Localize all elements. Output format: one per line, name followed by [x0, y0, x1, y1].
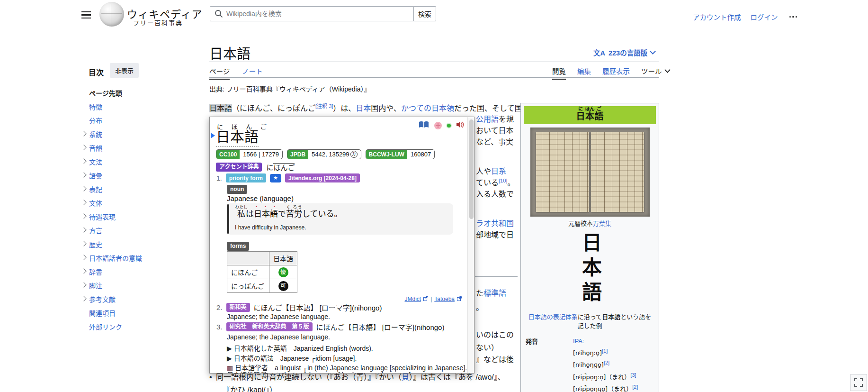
text-fragment: た標準語 [476, 287, 519, 298]
user-links: アカウント作成 ログイン [693, 12, 799, 22]
toc-item[interactable]: 歴史 [81, 239, 176, 251]
search-bar: 検索 [210, 6, 436, 21]
popup-scrollbar[interactable] [467, 117, 474, 373]
tatoeba-link[interactable]: Tatoeba [434, 296, 455, 302]
page-title: 日本語 [209, 43, 251, 63]
example-japanese: 私わたしは日本語・ ・ ・で苦労く ろうしている。 [235, 204, 342, 219]
toc-item[interactable]: 方言 [81, 226, 176, 237]
tab-edit[interactable]: 編集 [577, 66, 591, 76]
more-options-icon[interactable] [787, 14, 799, 20]
ipa-line: [nʲiho̞ŋːo̞][1] [573, 346, 659, 358]
search-input[interactable] [210, 6, 413, 21]
wiki-link[interactable]: 日本 [356, 104, 371, 112]
wikipedia-tagline: フリー百科事典 [133, 18, 183, 27]
list-item-continued: 『かひ /kapi/』） [223, 383, 277, 392]
footnote-ref[interactable]: [2] [632, 384, 638, 390]
wiki-link[interactable]: 貝 [402, 373, 409, 381]
chevron-right-icon[interactable] [81, 296, 86, 301]
external-link-icon [457, 296, 462, 302]
source-tag: Jitendex.org [2024-04-28] [285, 173, 360, 182]
toc-item-top[interactable]: ページ先頭 [81, 88, 176, 100]
text-fragment: ない） [476, 341, 519, 353]
chevron-right-icon[interactable] [81, 241, 86, 246]
title-divider [209, 62, 659, 62]
external-link-icon [423, 296, 428, 302]
wiki-link[interactable]: 万葉集 [593, 220, 611, 227]
scrollbar-thumb[interactable] [469, 119, 474, 219]
toc-item[interactable]: 分布 [81, 116, 176, 127]
create-account-link[interactable]: アカウント作成 [693, 12, 741, 22]
chevron-right-icon[interactable] [81, 213, 86, 219]
infobox-header: 日に本ほん語ご [524, 106, 656, 124]
gloss: Japanese (language) [227, 194, 294, 202]
jmdict-link[interactable]: JMdict [405, 296, 421, 302]
text-fragment: 』などは後 [476, 353, 519, 365]
site-subtitle: 出典: フリー百科事典『ウィキペディア（Wikipedia）』 [209, 84, 371, 93]
tools-menu[interactable]: ツール [641, 66, 670, 76]
toc-item[interactable]: 特徴 [81, 102, 176, 113]
wikipedia-logo-globe[interactable] [99, 2, 124, 27]
add-note-icon[interactable] [434, 122, 442, 129]
circled-ka-mark: カ [350, 151, 358, 158]
manuscript-page [536, 132, 589, 212]
forms-table: 日本語 にほんご優 にっぽんご可 [227, 251, 297, 293]
footnote-ref[interactable]: [10] [499, 178, 507, 183]
entry-3-head: 3. 研究社 新和英大辞典 第５版 にほんご【日本語】 [ローマ字](nihon… [216, 322, 444, 332]
toc-item[interactable]: 待遇表現 [81, 212, 176, 223]
entry-2-head: 2. 新和英 にほんご【日本語】 [ローマ字](nihongo) [216, 302, 382, 312]
chevron-right-icon[interactable] [81, 227, 86, 232]
dictionary-book-icon[interactable] [419, 121, 429, 130]
footnote-ref[interactable]: [注釈 3] [315, 103, 333, 109]
frequency-tags: CC1001566 | 17279 JPDB5442, 135299カ BCCW… [216, 149, 439, 159]
chevron-right-icon[interactable] [81, 145, 86, 150]
status-dot-icon[interactable] [447, 124, 451, 128]
footnote-ref[interactable]: [1] [602, 348, 608, 354]
language-selector-button[interactable]: 文A 223の言語版 [593, 47, 655, 57]
fullscreen-button[interactable] [850, 374, 867, 391]
toc-item[interactable]: 音韻 [81, 143, 176, 155]
accent-dots: ・ ・ ・ [254, 204, 278, 210]
toc-item[interactable]: 脚注 [81, 281, 176, 292]
audio-icon[interactable] [456, 121, 465, 130]
wiki-link[interactable]: かつての日本領 [401, 104, 454, 112]
toc-item[interactable]: 外部リンク [81, 322, 176, 333]
image-caption: 元暦校本万葉集 [521, 219, 659, 228]
section-divider [475, 276, 518, 277]
chevron-right-icon[interactable] [81, 282, 86, 287]
text-fragment: ラオ共和国 [476, 217, 519, 228]
login-link[interactable]: ログイン [751, 12, 778, 22]
chevron-right-icon[interactable] [81, 186, 86, 191]
toc-item[interactable]: 文法 [81, 157, 176, 168]
text-fragment: 人や日系 [476, 165, 519, 176]
toc-item[interactable]: 関連項目 [81, 308, 176, 319]
toc-item[interactable]: 語彙 [81, 171, 176, 182]
toc-hide-button[interactable]: 非表示 [110, 63, 139, 78]
chevron-right-icon[interactable] [81, 268, 86, 273]
entry-3-subentry: 日本語学習者 students of Japanese [the Japanes… [227, 370, 412, 374]
toc-item[interactable]: 辞書 [81, 267, 176, 278]
search-button[interactable]: 検索 [413, 6, 436, 21]
tab-history[interactable]: 履歴表示 [602, 66, 630, 76]
forms-table-header: 日本語 [269, 252, 297, 265]
external-links-row: JMdict | Tatoeba [405, 296, 462, 302]
chevron-right-icon[interactable] [81, 172, 86, 177]
text-fragment: ている[10]。 [476, 176, 519, 188]
wiki-link[interactable]: 日本語の表記体系 [528, 313, 578, 320]
calligraphy-caption: 日本語の表記体系に沿って日本語という語を記した例 [521, 310, 659, 335]
star-icon[interactable]: ★ [270, 174, 281, 182]
toc-item[interactable]: 日本語話者の意識 [81, 253, 176, 264]
text-fragment: など、事実 [476, 136, 519, 147]
main-menu-icon[interactable] [81, 9, 92, 18]
chevron-right-icon[interactable] [81, 131, 86, 136]
toc-item[interactable]: 文体 [81, 198, 176, 210]
chevron-right-icon[interactable] [81, 255, 86, 260]
toc-item[interactable]: 参考文献 [81, 294, 176, 306]
chevron-right-icon[interactable] [81, 200, 86, 205]
ipa-link[interactable]: IPA: [573, 337, 584, 345]
toc-item[interactable]: 表記 [81, 184, 176, 196]
footnote-ref[interactable]: [2] [604, 360, 609, 365]
chevron-right-icon[interactable] [81, 158, 86, 164]
footnote-ref[interactable]: [3] [630, 372, 636, 378]
toc-item[interactable]: 系統 [81, 129, 176, 141]
manuscript-image[interactable] [530, 128, 650, 217]
